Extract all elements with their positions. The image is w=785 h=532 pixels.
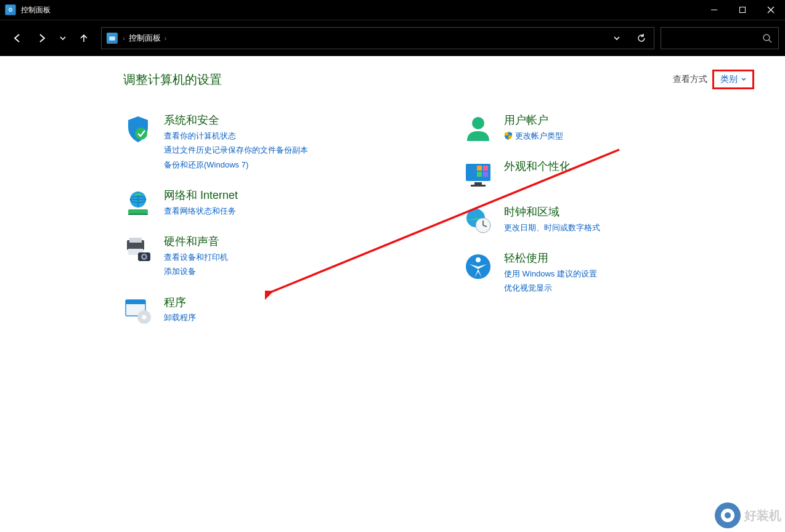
printer-camera-icon [123,235,153,265]
category-title[interactable]: 用户帐户 [504,114,563,127]
category-clock-region: 时钟和区域 更改日期、时间或数字格式 [463,206,754,236]
titlebar: ⚙ 控制面板 [0,0,785,20]
category-link[interactable]: 使用 Windows 建议的设置 [504,268,597,280]
svg-point-35 [476,257,481,262]
svg-line-6 [769,40,771,42]
left-column: 系统和安全 查看你的计算机状态 通过文件历史记录保存你的文件备份副本 备份和还原… [123,114,414,342]
category-link[interactable]: 查看网络状态和任务 [164,205,238,217]
refresh-button[interactable] [629,28,654,49]
category-programs: 程序 卸载程序 [123,296,414,326]
svg-rect-26 [477,166,482,171]
window-controls [700,0,785,20]
window-disc-icon [123,296,153,326]
nav-up-button[interactable] [73,26,95,50]
shield-check-icon [123,114,153,143]
category-hardware-sound: 硬件和声音 查看设备和打印机 添加设备 [123,235,414,280]
page-title: 调整计算机的设置 [123,71,222,88]
window-title: 控制面板 [21,5,51,15]
view-mode-select[interactable]: 类别 [712,70,754,89]
category-system-security: 系统和安全 查看你的计算机状态 通过文件历史记录保存你的文件备份副本 备份和还原… [123,114,414,173]
page-header: 调整计算机的设置 查看方式 类别 [123,70,754,89]
watermark-text: 好装机 [744,507,781,524]
breadcrumb-sep: › [123,34,125,42]
svg-point-5 [763,34,770,41]
category-title[interactable]: 外观和个性化 [504,160,571,174]
svg-rect-13 [129,238,142,243]
globe-network-icon [123,189,153,219]
category-link[interactable]: 添加设备 [164,265,228,278]
close-button[interactable] [757,0,785,20]
chevron-down-icon [741,77,746,82]
address-dropdown-button[interactable] [604,28,629,49]
maximize-button[interactable] [728,0,757,20]
svg-rect-29 [483,172,488,177]
category-title[interactable]: 时钟和区域 [504,206,600,219]
breadcrumb-sep: › [165,34,167,42]
watermark-logo-icon [715,502,741,528]
titlebar-left: ⚙ 控制面板 [0,4,51,15]
category-columns: 系统和安全 查看你的计算机状态 通过文件历史记录保存你的文件备份副本 备份和还原… [123,114,754,342]
minimize-button[interactable] [700,0,728,20]
svg-rect-1 [740,7,746,13]
svg-rect-4 [109,36,115,41]
view-label: 查看方式 [673,74,707,85]
category-appearance-personalization: 外观和个性化 [463,160,754,190]
svg-rect-25 [471,185,486,187]
svg-rect-10 [128,209,148,214]
svg-point-17 [143,256,146,259]
nav-forward-button[interactable] [31,26,53,50]
address-bar-location-icon [107,33,118,44]
view-mode: 查看方式 类别 [673,70,754,89]
svg-point-7 [135,127,147,140]
breadcrumb[interactable]: › 控制面板 › [123,33,604,44]
nav-back-button[interactable] [6,26,28,50]
svg-rect-24 [474,182,482,185]
category-ease-of-access: 轻松使用 使用 Windows 建议的设置 优化视觉显示 [463,252,754,297]
category-link[interactable]: 更改帐户类型 [504,130,563,142]
user-icon [463,114,493,143]
uac-shield-icon [504,131,513,140]
view-mode-value: 类别 [720,74,738,85]
category-title[interactable]: 硬件和声音 [164,235,228,249]
svg-rect-27 [483,166,488,171]
category-link[interactable]: 通过文件历史记录保存你的文件备份副本 [164,144,308,156]
control-panel-app-icon: ⚙ [5,4,16,15]
search-input[interactable] [661,27,779,49]
monitor-tiles-icon [463,160,493,190]
right-column: 用户帐户 更改帐户类型 外观和个性化 [463,114,754,342]
category-link[interactable]: 更改日期、时间或数字格式 [504,222,600,234]
svg-rect-19 [126,300,145,304]
category-user-accounts: 用户帐户 更改帐户类型 [463,114,754,144]
svg-point-21 [142,315,147,319]
category-title[interactable]: 网络和 Internet [164,189,238,203]
search-icon [762,33,772,43]
address-bar[interactable]: › 控制面板 › [101,27,654,49]
category-link[interactable]: 优化视觉显示 [504,282,597,294]
category-title[interactable]: 系统和安全 [164,114,308,127]
content-area: 调整计算机的设置 查看方式 类别 系统和安全 查看你的计算机状态 通过文件历史记… [0,56,785,361]
globe-clock-icon [463,206,493,235]
svg-rect-28 [477,172,482,177]
svg-point-22 [472,117,484,129]
watermark: 好装机 [715,502,781,528]
navbar: › 控制面板 › [0,20,785,56]
category-link[interactable]: 卸载程序 [164,312,196,324]
accessibility-icon [463,252,493,281]
category-link[interactable]: 查看设备和打印机 [164,251,228,264]
category-title[interactable]: 程序 [164,296,196,310]
breadcrumb-location[interactable]: 控制面板 [129,33,161,44]
category-title[interactable]: 轻松使用 [504,252,597,265]
category-link[interactable]: 备份和还原(Windows 7) [164,159,308,171]
category-link[interactable]: 查看你的计算机状态 [164,130,308,142]
nav-recent-button[interactable] [55,26,70,50]
category-network-internet: 网络和 Internet 查看网络状态和任务 [123,189,414,219]
